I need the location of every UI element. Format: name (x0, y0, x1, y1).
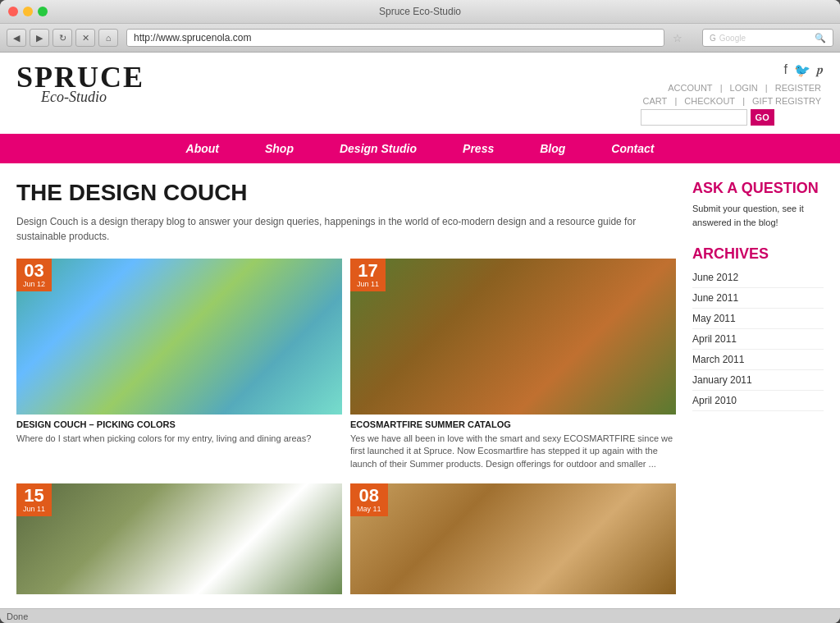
archive-january-2011[interactable]: January 2011 (692, 370, 824, 391)
date-badge-3: 15 Jun 11 (16, 483, 52, 516)
pinterest-icon[interactable]: 𝒑 (817, 62, 824, 78)
sep1: | (720, 83, 723, 93)
cart-link[interactable]: CART (643, 96, 668, 106)
register-link[interactable]: REGISTER (775, 83, 821, 93)
archive-june-2011[interactable]: June 2011 (692, 288, 824, 309)
archives-section: ARCHIVES June 2012 June 2011 May 2011 Ap… (692, 245, 824, 411)
title-bar: Spruce Eco-Studio (0, 0, 840, 23)
sidebar: ASK A QUESTION Submit your question, see… (692, 180, 824, 594)
month-3: Jun 11 (23, 505, 45, 513)
url-bar[interactable]: http://www.sprucenola.com (126, 29, 664, 47)
back-button[interactable]: ◀ (7, 29, 26, 47)
day-3: 15 (23, 487, 45, 505)
sep2: | (765, 83, 768, 93)
blog-description: Design Couch is a design therapy blog to… (16, 214, 676, 244)
checkout-link[interactable]: CHECKOUT (684, 96, 735, 106)
home-button[interactable]: ⌂ (98, 29, 118, 47)
social-icons: f 🐦 𝒑 (641, 62, 824, 78)
post-card-2: 17 Jun 11 ECOSMARTFIRE SUMMER CATALOG Ye… (350, 259, 676, 470)
browser-search[interactable]: G Google 🔍 (702, 29, 833, 47)
page-content: SPRUCE Eco-Studio f 🐦 𝒑 ACCOUNT | LOGIN … (0, 53, 840, 608)
content-area: THE DESIGN COUCH Design Couch is a desig… (16, 180, 676, 594)
traffic-lights (8, 7, 48, 16)
date-badge-1: 03 Jun 12 (16, 259, 52, 291)
nav-item-blog[interactable]: Blog (517, 134, 588, 163)
month-2: Jun 11 (357, 280, 379, 288)
post-excerpt-2: Yes we have all been in love with the sm… (350, 433, 676, 470)
facebook-icon[interactable]: f (784, 62, 788, 78)
gift-link[interactable]: GIFT REGISTRY (752, 96, 821, 106)
status-bar: Done (0, 608, 840, 623)
twitter-icon[interactable]: 🐦 (794, 62, 810, 78)
go-button[interactable]: GO (751, 109, 774, 126)
logo-area: SPRUCE Eco-Studio (16, 62, 144, 106)
date-badge-2: 17 Jun 11 (350, 259, 386, 291)
stop-button[interactable]: ✕ (75, 29, 95, 47)
forward-button[interactable]: ▶ (30, 29, 49, 47)
nav-item-contact[interactable]: Contact (588, 134, 677, 163)
sep3: | (674, 96, 677, 106)
date-badge-4: 08 May 11 (350, 483, 388, 516)
post-card-3: 15 Jun 11 (16, 483, 342, 594)
nav-item-design-studio[interactable]: Design Studio (317, 134, 440, 163)
status-text: Done (7, 612, 28, 621)
post-title-1[interactable]: DESIGN COUCH – PICKING COLORS (16, 419, 342, 429)
account-link[interactable]: ACCOUNT (668, 83, 712, 93)
header-links-bottom: CART | CHECKOUT | GIFT REGISTRY (641, 96, 824, 106)
post-image-2[interactable]: 17 Jun 11 (350, 259, 676, 415)
archive-april-2011[interactable]: April 2011 (692, 329, 824, 350)
post-2-image (350, 259, 676, 415)
reload-button[interactable]: ↻ (52, 29, 72, 47)
posts-row-1: 03 Jun 12 DESIGN COUCH – PICKING COLORS … (16, 259, 676, 470)
sep4: | (742, 96, 745, 106)
archive-may-2011[interactable]: May 2011 (692, 309, 824, 329)
day-1: 03 (23, 262, 45, 280)
nav-item-press[interactable]: Press (440, 134, 517, 163)
ask-question-section: ASK A QUESTION Submit your question, see… (692, 180, 824, 229)
close-button[interactable] (8, 7, 18, 16)
header-links-top: ACCOUNT | LOGIN | REGISTER (641, 83, 824, 93)
site-search-row: GO (641, 109, 824, 126)
search-icon: 🔍 (815, 33, 826, 44)
header-right: f 🐦 𝒑 ACCOUNT | LOGIN | REGISTER CART | (641, 62, 824, 126)
browser-toolbar: ◀ ▶ ↻ ✕ ⌂ http://www.sprucenola.com ☆ G … (0, 23, 840, 53)
post-4-image (350, 483, 676, 594)
google-logo: G (710, 34, 716, 43)
ask-title: ASK A QUESTION (692, 180, 824, 197)
browser-window: Spruce Eco-Studio ◀ ▶ ↻ ✕ ⌂ http://www.s… (0, 0, 840, 623)
post-3-image (16, 483, 342, 594)
ask-text: Submit your question, see it answered in… (692, 202, 824, 229)
post-excerpt-1: Where do I start when picking colors for… (16, 433, 342, 445)
post-image-1[interactable]: 03 Jun 12 (16, 259, 342, 415)
maximize-button[interactable] (38, 7, 48, 16)
blog-title: THE DESIGN COUCH (16, 180, 676, 206)
archive-march-2011[interactable]: March 2011 (692, 350, 824, 370)
site-header: SPRUCE Eco-Studio f 🐦 𝒑 ACCOUNT | LOGIN … (0, 53, 840, 126)
site-search-input[interactable] (641, 109, 747, 126)
archive-june-2012[interactable]: June 2012 (692, 268, 824, 288)
posts-row-2: 15 Jun 11 08 May 11 (16, 483, 676, 594)
nav-item-shop[interactable]: Shop (242, 134, 317, 163)
post-1-image (16, 259, 342, 415)
main-layout: THE DESIGN COUCH Design Couch is a desig… (0, 163, 840, 608)
post-title-2[interactable]: ECOSMARTFIRE SUMMER CATALOG (350, 419, 676, 429)
post-image-4[interactable]: 08 May 11 (350, 483, 676, 594)
minimize-button[interactable] (23, 7, 33, 16)
bookmark-icon[interactable]: ☆ (673, 32, 682, 44)
archives-title: ARCHIVES (692, 245, 824, 263)
login-link[interactable]: LOGIN (730, 83, 758, 93)
day-2: 17 (357, 262, 379, 280)
day-4: 08 (357, 487, 381, 505)
page-inner[interactable]: SPRUCE Eco-Studio f 🐦 𝒑 ACCOUNT | LOGIN … (0, 53, 840, 608)
window-title: Spruce Eco-Studio (379, 6, 461, 17)
month-1: Jun 12 (23, 280, 45, 288)
url-text: http://www.sprucenola.com (134, 32, 251, 44)
month-4: May 11 (357, 505, 381, 513)
post-card-4: 08 May 11 (350, 483, 676, 594)
post-image-3[interactable]: 15 Jun 11 (16, 483, 342, 594)
nav-item-about[interactable]: About (163, 134, 242, 163)
post-card-1: 03 Jun 12 DESIGN COUCH – PICKING COLORS … (16, 259, 342, 470)
archive-april-2010[interactable]: April 2010 (692, 391, 824, 411)
logo-brand[interactable]: SPRUCE (16, 62, 144, 92)
main-nav: About Shop Design Studio Press Blog Cont… (0, 134, 840, 163)
